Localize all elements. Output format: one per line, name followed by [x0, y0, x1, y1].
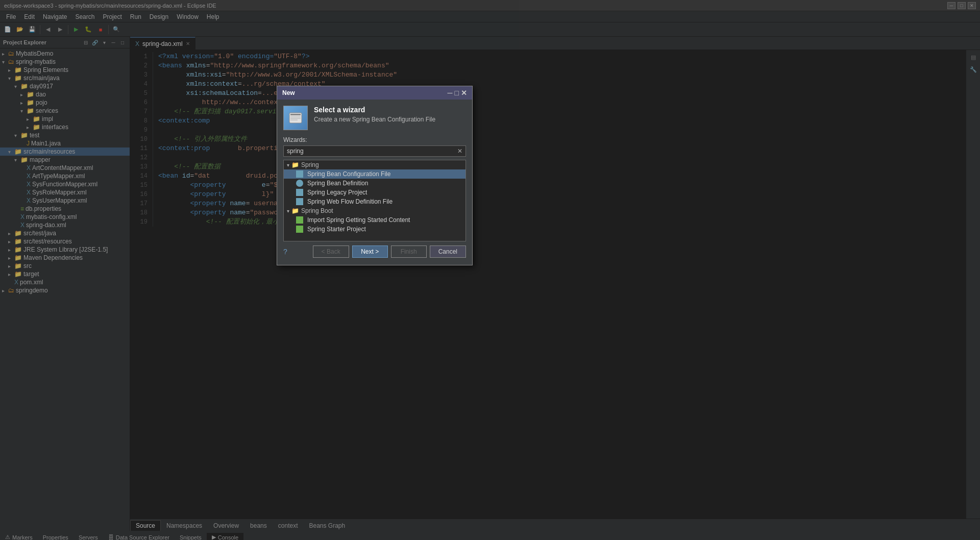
- editor-tab-spring-dao[interactable]: X spring-dao.xml ✕: [130, 37, 195, 50]
- btm-tab-overview[interactable]: Overview: [208, 520, 244, 531]
- maximize-panel-btn[interactable]: □: [118, 38, 127, 46]
- tree-mapper[interactable]: ▾ 📁 mapper: [0, 156, 130, 164]
- wizard-item-spring-bean-config[interactable]: Spring Bean Configuration File: [284, 169, 465, 179]
- close-btn[interactable]: ✕: [968, 2, 976, 9]
- btm-tab-namespaces[interactable]: Namespaces: [161, 520, 208, 531]
- bp-tab-datasource[interactable]: 🗄 Data Source Explorer: [103, 533, 175, 541]
- tab-close-btn[interactable]: ✕: [186, 41, 190, 46]
- tree-artcontent[interactable]: X ArtContentMapper.xml: [0, 164, 130, 172]
- wizard-search-box[interactable]: ✕: [283, 145, 466, 157]
- view-menu-btn[interactable]: ▾: [100, 38, 108, 46]
- tree-interfaces[interactable]: ▸ 📁 interfaces: [0, 123, 130, 131]
- dialog-maximize-btn[interactable]: □: [455, 89, 459, 97]
- btm-tab-source[interactable]: Source: [130, 520, 161, 531]
- wizard-item-spring-starter[interactable]: Spring Starter Project: [284, 225, 465, 234]
- wizard-item-spring-bean-def[interactable]: Spring Bean Definition: [284, 179, 465, 188]
- tree-spring-elements[interactable]: ▸ 📁 Spring Elements: [0, 66, 130, 74]
- dialog-close-btn[interactable]: ✕: [461, 89, 467, 97]
- menu-run[interactable]: Run: [126, 11, 145, 22]
- bp-tab-servers[interactable]: Servers: [74, 533, 103, 541]
- cancel-button[interactable]: Cancel: [430, 246, 466, 258]
- tree-test[interactable]: ▾ 📁 test: [0, 131, 130, 139]
- tree-pom[interactable]: X pom.xml: [0, 278, 130, 286]
- tree-maven-deps[interactable]: ▸ 📁 Maven Dependencies: [0, 254, 130, 262]
- btm-tab-beans[interactable]: beans: [244, 520, 273, 531]
- console-icon: ▶: [212, 534, 216, 540]
- menu-file[interactable]: File: [2, 11, 20, 22]
- wizard-search-input[interactable]: [284, 146, 454, 156]
- toolbar-forward[interactable]: ▶: [55, 24, 66, 35]
- finish-button[interactable]: Finish: [391, 246, 427, 258]
- tree-services[interactable]: ▾ 📁 services: [0, 107, 130, 115]
- svg-rect-1: [290, 114, 301, 115]
- bp-tab-properties[interactable]: Properties: [38, 533, 74, 541]
- wizard-group-spring[interactable]: ▾ 📁 Spring: [284, 160, 465, 169]
- wizard-item-spring-legacy[interactable]: Spring Legacy Project: [284, 188, 465, 197]
- tree-dao[interactable]: ▸ 📁 dao: [0, 90, 130, 99]
- toolbar-stop[interactable]: ■: [95, 24, 106, 35]
- tree-sysfunction[interactable]: X SysFunctionMapper.xml: [0, 180, 130, 188]
- btm-tab-beans-graph[interactable]: Beans Graph: [303, 520, 351, 531]
- tree-src-test-res[interactable]: ▸ 📁 src/test/resources: [0, 237, 130, 246]
- search-clear-btn[interactable]: ✕: [454, 146, 465, 156]
- code-line-4: 4 xmlns:context=...rg/schema/context": [130, 80, 966, 89]
- wizard-tree-list[interactable]: ▾ 📁 Spring Spring Bean Configuration Fil…: [283, 160, 466, 241]
- tree-pojo[interactable]: ▸ 📁 pojo: [0, 99, 130, 107]
- wizard-item-import-spring[interactable]: Import Spring Getting Started Content: [284, 215, 465, 225]
- bp-tab-console[interactable]: ▶ Console: [207, 533, 243, 540]
- toolbar-new[interactable]: 📄: [2, 24, 13, 35]
- tree-spring-dao[interactable]: X spring-dao.xml: [0, 221, 130, 229]
- btm-tab-context[interactable]: context: [273, 520, 304, 531]
- back-button[interactable]: < Back: [313, 246, 349, 258]
- tree-main1[interactable]: J Main1.java: [0, 139, 130, 148]
- bp-tab-markers[interactable]: ⚠ Markers: [0, 533, 38, 540]
- toggle-services: ▾: [20, 108, 27, 114]
- menu-design[interactable]: Design: [145, 11, 173, 22]
- collapse-all-btn[interactable]: ⊟: [82, 38, 90, 46]
- tree-mybatisdemo[interactable]: ▸ 🗂 MybatisDemo: [0, 50, 130, 58]
- toolbar-save[interactable]: 💾: [27, 24, 38, 35]
- tree-mybatis-config[interactable]: X mybatis-config.xml: [0, 213, 130, 221]
- tree-day0917[interactable]: ▾ 📁 day0917: [0, 82, 130, 90]
- toolbar-search[interactable]: 🔍: [111, 24, 122, 35]
- tree-jre[interactable]: ▸ 📁 JRE System Library [J2SE-1.5]: [0, 246, 130, 254]
- wizard-group-spring-boot[interactable]: ▾ 📁 Spring Boot: [284, 206, 465, 215]
- menu-search[interactable]: Search: [71, 11, 99, 22]
- tree-sysrole[interactable]: X SysRoleMapper.xml: [0, 188, 130, 197]
- tree-spring-mybatis[interactable]: ▾ 🗂 spring-mybatis: [0, 58, 130, 66]
- tree-db-properties[interactable]: ≡ db.properties: [0, 205, 130, 213]
- tree-target[interactable]: ▸ 📁 target: [0, 270, 130, 278]
- toolbar-back[interactable]: ◀: [42, 24, 54, 35]
- bp-tab-snippets[interactable]: Snippets: [175, 533, 207, 541]
- minimize-btn[interactable]: ─: [947, 2, 955, 9]
- right-icon-2[interactable]: 🔧: [968, 64, 978, 75]
- menu-edit[interactable]: Edit: [20, 11, 39, 22]
- maximize-btn[interactable]: □: [958, 2, 966, 9]
- tree-src-test-java[interactable]: ▸ 📁 src/test/java: [0, 229, 130, 237]
- tree-src-main-resources[interactable]: ▾ 📁 src/main/resources: [0, 148, 130, 156]
- menu-window[interactable]: Window: [173, 11, 203, 22]
- tree-src[interactable]: ▸ 📁 src: [0, 262, 130, 270]
- menu-navigate[interactable]: Navigate: [39, 11, 71, 22]
- tree-springdemo[interactable]: ▸ 🗂 springdemo: [0, 286, 130, 294]
- minimize-panel-btn[interactable]: ─: [109, 38, 117, 46]
- tree-sysuser[interactable]: X SysUserMapper.xml: [0, 197, 130, 205]
- editor-scroll[interactable]: 1 <?xml version="1.0" encoding="UTF-8"?>…: [130, 50, 966, 519]
- menu-help[interactable]: Help: [203, 11, 224, 22]
- right-icon-1[interactable]: ▤: [968, 52, 978, 62]
- code-line-2: 2 <beans xmlns="http://www.springframewo…: [130, 61, 966, 70]
- help-icon[interactable]: ?: [283, 248, 287, 256]
- toolbar-run[interactable]: ▶: [70, 24, 82, 35]
- spring-starter-icon: [296, 226, 303, 233]
- toolbar-debug[interactable]: 🐛: [83, 24, 94, 35]
- tree-arttype[interactable]: X ArtTypeMapper.xml: [0, 172, 130, 180]
- dialog-minimize-btn[interactable]: ─: [448, 89, 453, 97]
- next-button[interactable]: Next >: [352, 246, 388, 258]
- toolbar-open[interactable]: 📂: [14, 24, 26, 35]
- link-editor-btn[interactable]: 🔗: [91, 38, 99, 46]
- tree-src-main-java[interactable]: ▾ 📁 src/main/java: [0, 74, 130, 82]
- tree-impl[interactable]: ▸ 📁 impl: [0, 115, 130, 123]
- toggle-springdemo: ▸: [2, 288, 8, 293]
- wizard-item-spring-web[interactable]: Spring Web Flow Definition File: [284, 197, 465, 206]
- menu-project[interactable]: Project: [99, 11, 126, 22]
